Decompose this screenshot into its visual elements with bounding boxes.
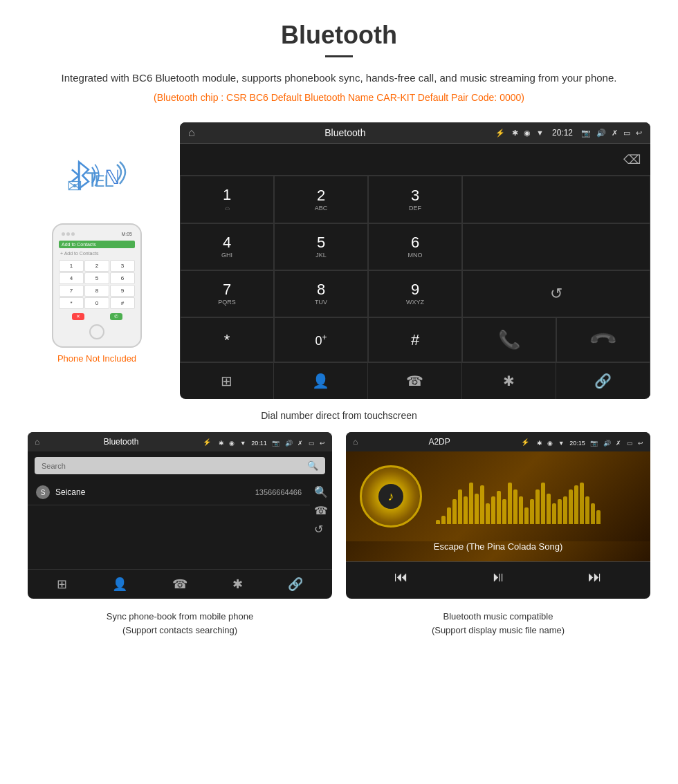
music-panel: ⌂ A2DP ⚡ ✱ ◉ ▼ 20:15 📷 🔊 ✗ ▭ ↩ ♪	[346, 432, 650, 599]
dial-screen: ⌂ Bluetooth ⚡ ✱ ◉ ▼ 20:12 📷 🔊 ✗ ▭ ↩ ⌫ 1⌓…	[180, 122, 650, 399]
pb-vol-icon: 🔊	[285, 440, 293, 447]
phone-illustration: ✉ ℕ ℡	[28, 122, 166, 399]
music-header: ⌂ A2DP ⚡ ✱ ◉ ▼ 20:15 📷 🔊 ✗ ▭ ↩	[346, 432, 650, 451]
music-signal-icon: ▼	[558, 440, 565, 447]
location-icon: ◉	[524, 129, 531, 138]
music-title: A2DP	[363, 437, 515, 447]
dial-key-empty-1	[462, 176, 650, 223]
music-usb-icon: ⚡	[521, 438, 529, 446]
pb-contacts-btn[interactable]: 👤	[112, 577, 127, 592]
phonebook-action-icons: 🔍 ☎ ↺	[310, 480, 332, 541]
dial-key-0[interactable]: 0+	[274, 317, 368, 362]
dial-key-star[interactable]: *	[180, 317, 274, 362]
bt-wave-icon: ✉ ℕ ℡	[67, 158, 127, 197]
music-play-pause-btn[interactable]: ⏯	[491, 569, 505, 585]
viz-bar	[447, 507, 451, 524]
music-note-icon: ♪	[388, 489, 394, 504]
viz-bar	[591, 503, 595, 524]
dial-end-btn[interactable]: 📞	[556, 317, 650, 362]
camera-icon: 📷	[581, 129, 591, 138]
pb-usb-icon: ⚡	[203, 438, 211, 446]
home-icon: ⌂	[188, 127, 195, 139]
viz-bar	[475, 494, 479, 524]
dial-key-6[interactable]: 6MNO	[368, 223, 462, 270]
dial-keypad: 1⌓ 2ABC 3DEF 4GHI 5JKL 6MNO 7PQRS 8TUV 9…	[180, 176, 650, 362]
dial-refresh-cell[interactable]: ↺	[462, 270, 650, 317]
music-prev-btn[interactable]: ⏮	[394, 569, 408, 585]
pb-title: Bluetooth	[45, 437, 197, 447]
viz-bar	[574, 485, 578, 524]
dial-key-1[interactable]: 1⌓	[180, 176, 274, 223]
phonebook-header: ⌂ Bluetooth ⚡ ✱ ◉ ▼ 20:11 📷 🔊 ✗ ▭ ↩	[28, 432, 332, 451]
viz-bar	[524, 507, 529, 524]
time-display: 20:12	[552, 128, 573, 138]
dial-phone-btn[interactable]: ☎	[368, 363, 462, 399]
pb-phone-btn[interactable]: ☎	[172, 577, 187, 592]
dial-key-4[interactable]: 4GHI	[180, 223, 274, 270]
svg-marker-2	[79, 162, 89, 189]
music-vol-icon: 🔊	[603, 440, 611, 447]
music-bt-icon: ✱	[537, 440, 542, 447]
pb-x-icon: ✗	[297, 440, 303, 447]
pb-signal-icon: ▼	[240, 440, 246, 447]
dial-key-9[interactable]: 9WXYZ	[368, 270, 462, 317]
music-caption: Bluetooth music compatible (Support disp…	[346, 610, 650, 637]
pb-camera-icon: 📷	[272, 440, 280, 447]
dial-call-btn[interactable]: 📞	[462, 317, 556, 362]
dial-key-3[interactable]: 3DEF	[368, 176, 462, 223]
dial-key-hash[interactable]: #	[368, 317, 462, 362]
pb-grid-btn[interactable]: ⊞	[57, 577, 67, 592]
dial-link-btn[interactable]: 🔗	[556, 363, 650, 399]
phonebook-search-bar[interactable]: Search 🔍	[35, 457, 325, 474]
svg-line-5	[72, 175, 79, 181]
pb-time: 20:11	[251, 440, 267, 447]
dial-grid-btn[interactable]: ⊞	[180, 363, 274, 399]
bottom-captions: Sync phone-book from mobile phone (Suppo…	[28, 610, 650, 637]
music-disc: ♪	[360, 465, 422, 528]
music-camera-icon: 📷	[590, 440, 598, 447]
viz-bar	[513, 489, 517, 524]
viz-bar	[530, 499, 534, 524]
dial-key-7[interactable]: 7PQRS	[180, 270, 274, 317]
music-home-icon: ⌂	[353, 437, 358, 447]
viz-bar	[585, 496, 589, 524]
viz-bar	[596, 510, 601, 524]
pb-refresh-side-icon[interactable]: ↺	[314, 523, 328, 536]
dial-key-5[interactable]: 5JKL	[274, 223, 368, 270]
dial-header-title: Bluetooth	[202, 127, 488, 138]
svg-line-4	[72, 169, 79, 176]
viz-bar	[497, 491, 501, 524]
phonebook-contact-area: S Seicane 13566664466 🔍 ☎ ↺	[28, 480, 332, 541]
music-x-icon: ✗	[616, 440, 621, 447]
viz-bar	[464, 496, 468, 524]
dial-key-8[interactable]: 8TUV	[274, 270, 368, 317]
phone-mockup: M:05 Add to Contacts + Add to Contacts 1…	[52, 223, 142, 348]
dial-screen-header: ⌂ Bluetooth ⚡ ✱ ◉ ▼ 20:12 📷 🔊 ✗ ▭ ↩	[180, 122, 650, 144]
pb-link-btn[interactable]: 🔗	[288, 577, 303, 592]
phone-green-bar: Add to Contacts	[59, 241, 135, 248]
music-next-btn[interactable]: ⏭	[588, 569, 602, 585]
viz-bar	[508, 483, 512, 524]
viz-bar	[580, 483, 584, 524]
viz-bar	[519, 496, 523, 524]
window-icon: ▭	[623, 129, 630, 138]
pb-search-side-icon[interactable]: 🔍	[314, 485, 328, 498]
pb-phone-side-icon[interactable]: ☎	[314, 504, 328, 517]
pb-bt-btn[interactable]: ✱	[232, 577, 243, 592]
backspace-icon[interactable]: ⌫	[623, 152, 641, 167]
contact-row: S Seicane 13566664466	[28, 480, 310, 505]
viz-bar	[541, 483, 545, 524]
dial-key-2[interactable]: 2ABC	[274, 176, 368, 223]
bottom-panels: ⌂ Bluetooth ⚡ ✱ ◉ ▼ 20:11 📷 🔊 ✗ ▭ ↩ Sear…	[28, 432, 650, 599]
signal-icon: ▼	[536, 129, 544, 137]
dial-contacts-btn[interactable]: 👤	[274, 363, 368, 399]
back-icon: ↩	[636, 129, 642, 138]
pb-bt-icon: ✱	[219, 440, 224, 447]
viz-bar	[436, 520, 440, 524]
x-icon: ✗	[612, 129, 618, 138]
contact-initial: S	[36, 485, 50, 499]
viz-bar	[569, 489, 573, 524]
dial-display: ⌫	[180, 144, 650, 176]
pb-win-icon: ▭	[309, 440, 315, 447]
dial-bt-btn[interactable]: ✱	[462, 363, 556, 399]
